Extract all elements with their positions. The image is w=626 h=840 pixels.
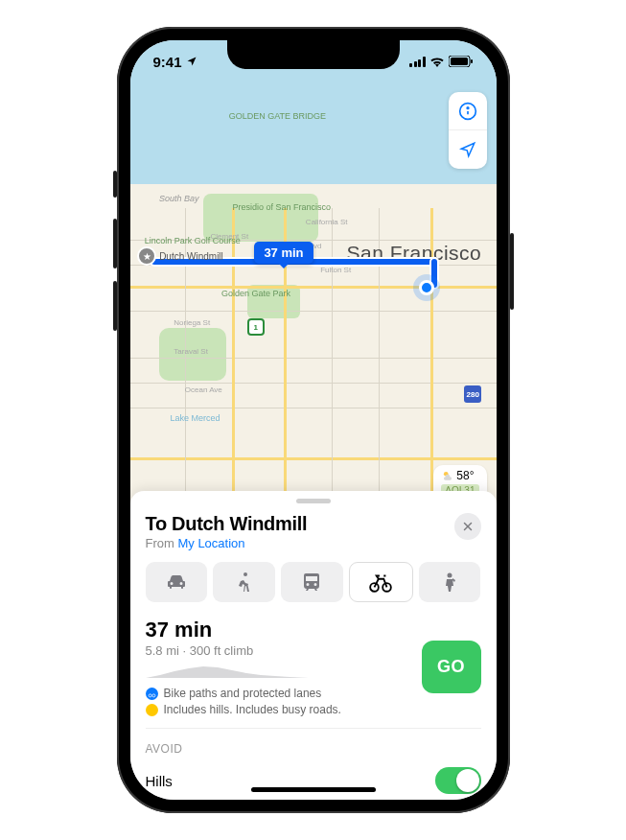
star-icon: ★	[137, 246, 156, 266]
label-fulton: Fulton St	[320, 266, 351, 274]
mode-car-button[interactable]	[146, 562, 208, 602]
svg-rect-2	[471, 59, 473, 63]
label-golden-gate-bridge: GOLDEN GATE BRIDGE	[229, 112, 326, 122]
avoid-hills-toggle[interactable]	[435, 767, 481, 794]
screen: 9:41	[130, 40, 497, 800]
label-south-bay: South Bay	[159, 194, 199, 203]
mode-transit-button[interactable]	[281, 562, 343, 602]
phone-frame: 9:41	[117, 27, 510, 813]
volume-up-button	[113, 219, 117, 268]
route-distance: 5.8 mi · 300 ft climb	[146, 643, 422, 658]
sheet-title: To Dutch Windmill	[146, 513, 308, 535]
transport-mode-selector	[146, 562, 481, 602]
rideshare-icon	[438, 571, 461, 594]
mode-bike-button[interactable]	[349, 562, 413, 602]
label-presidio: Presidio of San Francisco	[232, 203, 331, 213]
go-button[interactable]: GO	[422, 641, 481, 693]
weather-temp: 58°	[456, 469, 474, 482]
close-icon	[462, 521, 474, 532]
label-california: California St	[306, 218, 348, 226]
car-icon	[165, 571, 188, 594]
route-shield-ca1: 1	[247, 318, 265, 336]
mode-rideshare-button[interactable]	[419, 562, 481, 602]
cellular-signal-icon	[409, 57, 426, 67]
bike-lane-icon	[146, 688, 158, 700]
wifi-icon	[429, 56, 445, 67]
volume-down-button	[113, 281, 117, 331]
from-location-link[interactable]: My Location	[177, 536, 244, 550]
current-location-dot[interactable]	[419, 280, 434, 295]
avoid-header: AVOID	[146, 729, 481, 761]
status-time: 9:41	[153, 54, 182, 70]
transit-icon	[300, 571, 323, 594]
sheet-subtitle: From My Location	[146, 536, 308, 550]
label-lake-merced: Lake Merced	[171, 414, 220, 424]
route-shield-i280: 280	[464, 385, 481, 403]
info-icon	[458, 102, 477, 121]
sheet-drag-handle[interactable]	[296, 499, 331, 503]
elevation-profile	[146, 664, 309, 679]
svg-point-9	[243, 572, 247, 576]
route-summary: 37 min 5.8 mi · 300 ft climb Bike paths …	[146, 618, 481, 729]
elevation-chart-icon	[146, 664, 309, 679]
location-services-icon	[186, 56, 197, 67]
svg-point-12	[448, 573, 452, 578]
map-controls	[449, 92, 487, 169]
avoid-hills-row: Hills	[146, 761, 481, 800]
close-button[interactable]	[454, 513, 481, 540]
label-ocean: Ocean Ave	[185, 385, 222, 394]
bike-icon	[368, 570, 393, 595]
battery-icon	[449, 56, 474, 67]
route-duration: 37 min	[146, 618, 422, 642]
route-sheet[interactable]: To Dutch Windmill From My Location	[130, 491, 497, 800]
map-canvas[interactable]: San Francisco GOLDEN GATE BRIDGE Presidi…	[130, 40, 497, 520]
destination-pin[interactable]: ★ Dutch Windmill	[137, 246, 223, 266]
mode-walk-button[interactable]	[213, 562, 275, 602]
map-locate-button[interactable]	[449, 130, 487, 169]
label-taraval: Taraval St	[174, 347, 208, 356]
label-noriega: Noriega St	[174, 318, 210, 327]
avoid-hills-label: Hills	[146, 773, 173, 789]
home-indicator[interactable]	[251, 787, 376, 792]
route-time-badge[interactable]: 37 min	[254, 242, 313, 264]
map-info-button[interactable]	[449, 92, 487, 130]
warning-dot-icon	[146, 704, 158, 716]
svg-point-5	[467, 106, 469, 108]
svg-point-13	[149, 693, 151, 696]
walk-icon	[233, 571, 256, 594]
location-arrow-icon	[459, 141, 476, 158]
svg-point-14	[151, 693, 154, 696]
mute-switch	[113, 171, 117, 198]
notch	[227, 40, 400, 69]
label-clement: Clement St	[211, 232, 249, 241]
from-prefix: From	[146, 536, 178, 550]
svg-rect-1	[451, 58, 468, 65]
partly-cloudy-icon	[441, 469, 454, 482]
note-bike-paths: Bike paths and protected lanes	[146, 687, 422, 700]
power-button	[510, 233, 514, 310]
note-hills: Includes hills. Includes busy roads.	[146, 703, 422, 716]
destination-label: Dutch Windmill	[159, 251, 223, 262]
label-golden-gate-park: Golden Gate Park	[221, 290, 290, 299]
